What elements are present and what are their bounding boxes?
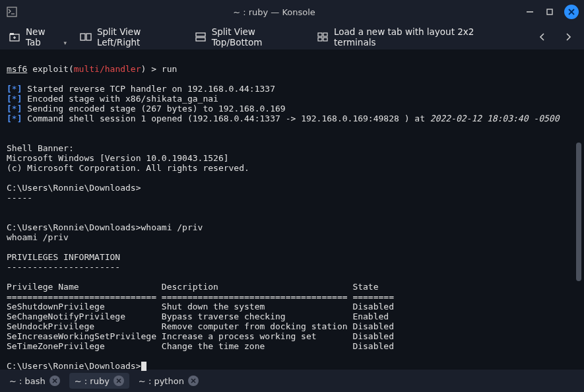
close-button[interactable] [564,5,579,19]
load-layout-button[interactable]: Load a new tab with layout 2x2 terminals [317,26,510,48]
svg-rect-12 [196,33,205,36]
priv-row: SeIncreaseWorkingSetPrivilege Increase a… [7,331,394,341]
app-icon [5,5,18,18]
terminal-output: msf6 exploit(multi/handler) > run [*] St… [0,50,584,371]
split-tb-icon [195,32,207,42]
whoami-line: C:\Users\Ronnie\Downloads>whoami /priv [7,222,203,232]
priv-underline: ---------------------- [7,262,120,272]
banner-dash: ----- [7,193,32,203]
banner-prompt: C:\Users\Ronnie\Downloads> [7,183,141,193]
svg-rect-13 [196,38,205,41]
tabbar: ~ : bash ~ : ruby ~ : python [0,370,584,392]
terminal-area[interactable]: msf6 exploit(multi/handler) > run [*] St… [0,50,584,370]
new-tab-label: New Tab [26,26,61,48]
tab-close-icon[interactable] [188,376,199,386]
tab-label: ~ : bash [9,376,46,386]
minimize-button[interactable] [525,7,535,17]
new-tab-icon [9,32,20,42]
svg-rect-11 [86,34,91,40]
split-lr-icon [80,32,92,42]
log-timestamp: 2022-02-12 18:03:40 -0500 [430,114,560,123]
maximize-button[interactable] [544,7,555,17]
banner-head: Shell Banner: [7,143,74,153]
tab-ruby[interactable]: ~ : ruby [69,373,129,389]
priv-row: SeTimeZonePrivilege Change the time zone… [7,341,394,351]
load-layout-label: Load a new tab with layout 2x2 terminals [334,26,510,48]
window-title: ~ : ruby — Konsole [24,7,525,17]
priv-row: SeUndockPrivilege Remove computer from d… [7,321,394,331]
cursor [141,362,146,371]
banner-version: Microsoft Windows [Version 10.0.19043.15… [7,153,229,163]
chevron-down-icon[interactable]: ▾ [63,40,67,46]
svg-rect-10 [81,34,85,40]
prompt-module: multi/handler [74,64,141,74]
split-tb-button[interactable]: Split View Top/Bottom [195,26,304,48]
priv-sep: ============================= ==========… [7,292,394,302]
log-line: Sending encoded stage (267 bytes) to 192… [27,104,285,114]
priv-row: SeShutdownPrivilege Shut down the system… [7,302,394,311]
cursor-prompt: C:\Users\Ronnie\Downloads> [7,361,141,371]
tab-bash[interactable]: ~ : bash [4,373,65,389]
prompt-cmd: run [162,64,177,74]
prompt-after: ) > [141,64,162,74]
priv-title: PRIVILEGES INFORMATION [7,252,120,262]
priv-row: SeChangeNotifyPrivilege Bypass traverse … [7,311,389,321]
titlebar: ~ : ruby — Konsole [0,0,584,24]
svg-rect-7 [10,33,14,35]
tab-label: ~ : ruby [75,376,110,386]
svg-rect-15 [323,33,327,36]
split-lr-label: Split View Left/Right [97,26,182,48]
log-line: Encoded stage with x86/shikata_ga_nai [27,94,218,104]
svg-rect-3 [547,9,552,15]
split-tb-label: Split View Top/Bottom [212,26,304,48]
tab-label: ~ : python [139,376,184,386]
log-line: Started reverse TCP handler on 192.168.0… [27,84,275,94]
split-lr-button[interactable]: Split View Left/Right [80,26,182,48]
svg-rect-16 [318,38,322,41]
grid-icon [317,32,329,42]
prev-button[interactable] [536,30,549,44]
banner-copyright: (c) Microsoft Corporation. All rights re… [7,163,249,173]
tab-close-icon[interactable] [49,376,60,386]
toolbar: New Tab ▾ Split View Left/Right Split Vi… [0,24,584,50]
prompt-msf6: msf6 [7,64,27,74]
svg-rect-14 [318,33,322,36]
next-button[interactable] [562,30,575,44]
priv-header: Privilege Name Description State [7,282,379,292]
log-line: Command shell session 1 opened (192.168.… [27,114,430,123]
prompt-exploit: exploit( [27,64,73,74]
whoami-echo: whoami /priv [7,232,69,242]
svg-rect-0 [7,7,16,16]
tab-close-icon[interactable] [114,376,124,386]
new-tab-button[interactable]: New Tab ▾ [9,26,67,48]
scrollbar[interactable] [576,143,581,281]
svg-rect-17 [323,38,327,41]
tab-python[interactable]: ~ : python [133,373,204,389]
